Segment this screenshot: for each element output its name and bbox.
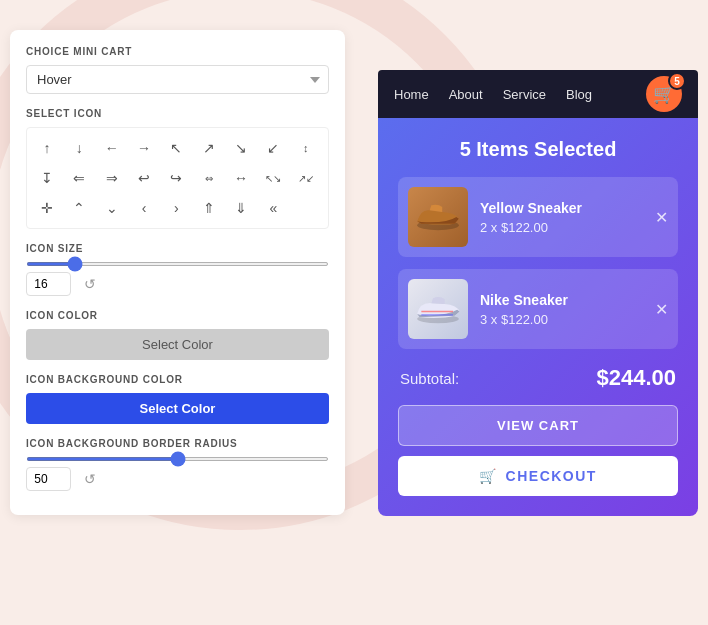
shoe1-icon <box>413 197 463 237</box>
nav-cart[interactable]: 🛒 5 <box>646 76 682 112</box>
icon-right-small[interactable]: › <box>162 194 190 222</box>
nav-service[interactable]: Service <box>503 87 546 102</box>
cart-item-remove-1[interactable]: ✕ <box>655 208 668 227</box>
cart-item-info-2: Nike Sneaker 3 x $122.00 <box>480 292 643 327</box>
icon-down-arrow[interactable]: ↓ <box>65 134 93 162</box>
cart-title: 5 Items Selected <box>398 138 678 161</box>
select-icon-label: SELECT ICON <box>26 108 329 119</box>
icon-double-left[interactable]: ⇐ <box>65 164 93 192</box>
icon-bg-color-section: ICON BACKGROUND COLOR Select Color <box>26 374 329 424</box>
icon-size-reset[interactable]: ↺ <box>79 273 101 295</box>
icon-double-up[interactable]: ⇑ <box>195 194 223 222</box>
nav-bar: Home About Service Blog 🛒 5 <box>378 70 698 118</box>
right-panel: Home About Service Blog 🛒 5 5 Items Sele… <box>378 70 698 516</box>
mini-cart-label: CHOICE MINI CART <box>26 46 329 57</box>
icon-up-arrow[interactable]: ↑ <box>33 134 61 162</box>
icon-down-bar[interactable]: ↧ <box>33 164 61 192</box>
icon-leftright[interactable]: ↔ <box>227 164 255 192</box>
icon-double-down[interactable]: ⇓ <box>227 194 255 222</box>
nav-home[interactable]: Home <box>394 87 429 102</box>
icon-move[interactable]: ✛ <box>33 194 61 222</box>
subtotal-label: Subtotal: <box>400 370 459 387</box>
nav-blog[interactable]: Blog <box>566 87 592 102</box>
nav-about[interactable]: About <box>449 87 483 102</box>
icon-size-label: ICON SIZE <box>26 243 329 254</box>
checkout-cart-icon: 🛒 <box>479 468 498 484</box>
icon-bg-color-select-btn[interactable]: Select Color <box>26 393 329 424</box>
icon-double-leftsmall[interactable]: « <box>259 194 287 222</box>
icon-color-label: ICON COLOR <box>26 310 329 321</box>
checkout-button[interactable]: 🛒 CHECKOUT <box>398 456 678 496</box>
subtotal-amount: $244.00 <box>596 365 676 391</box>
icon-size-slider[interactable] <box>26 262 329 266</box>
cart-item-image-2 <box>408 279 468 339</box>
cart-item-2: Nike Sneaker 3 x $122.00 ✕ <box>398 269 678 349</box>
icon-bg-border-radius-label: ICON BACKGROUND BORDER RADIUS <box>26 438 329 449</box>
mini-cart-select[interactable]: Hover Click Always <box>26 65 329 94</box>
icon-return-right[interactable]: ↪ <box>162 164 190 192</box>
cart-item-price-1: 2 x $122.00 <box>480 220 643 235</box>
icon-color-select-btn[interactable]: Select Color <box>26 329 329 360</box>
subtotal-row: Subtotal: $244.00 <box>398 365 678 391</box>
icon-bg-color-label: ICON BACKGROUND COLOR <box>26 374 329 385</box>
icon-bg-border-radius-slider[interactable] <box>26 457 329 461</box>
view-cart-button[interactable]: VIEW CART <box>398 405 678 446</box>
cart-item-name-2: Nike Sneaker <box>480 292 643 308</box>
shoe2-icon <box>413 289 463 329</box>
icon-ne-arrow[interactable]: ↗ <box>195 134 223 162</box>
cart-item-info-1: Yellow Sneaker 2 x $122.00 <box>480 200 643 235</box>
icon-double-leftright[interactable]: ⇔ <box>195 164 223 192</box>
icon-left-small[interactable]: ‹ <box>130 194 158 222</box>
icon-nw-arrow[interactable]: ↖ <box>162 134 190 162</box>
icon-grid: ↑ ↓ ← → ↖ ↗ ↘ ↙ ↕ ↧ ⇐ ⇒ ↩ ↪ ⇔ ↔ ↖↘ ↗↙ ✛ … <box>26 127 329 229</box>
cart-item-remove-2[interactable]: ✕ <box>655 300 668 319</box>
icon-bg-border-radius-reset[interactable]: ↺ <box>79 468 101 490</box>
icon-color-section: ICON COLOR Select Color <box>26 310 329 360</box>
cart-dropdown: 5 Items Selected Yellow Sneaker 2 x $122… <box>378 118 698 516</box>
icon-size-section: ICON SIZE 16 ↺ <box>26 243 329 296</box>
icon-double-right[interactable]: ⇒ <box>98 164 126 192</box>
cart-badge: 5 <box>668 72 686 90</box>
icon-updown-arrow[interactable]: ↕ <box>292 134 320 162</box>
cart-item-price-2: 3 x $122.00 <box>480 312 643 327</box>
cart-item-name-1: Yellow Sneaker <box>480 200 643 216</box>
icon-diagonal-ne[interactable]: ↗↙ <box>292 164 320 192</box>
icon-se-arrow[interactable]: ↘ <box>227 134 255 162</box>
icon-right-arrow[interactable]: → <box>130 134 158 162</box>
icon-bg-border-radius-input[interactable]: 50 <box>26 467 71 491</box>
left-panel: CHOICE MINI CART Hover Click Always SELE… <box>10 30 345 515</box>
icon-diagonal-nw[interactable]: ↖↘ <box>259 164 287 192</box>
cart-item: Yellow Sneaker 2 x $122.00 ✕ <box>398 177 678 257</box>
checkout-label: CHECKOUT <box>506 468 597 484</box>
cart-item-image-1 <box>408 187 468 247</box>
icon-return-left[interactable]: ↩ <box>130 164 158 192</box>
icon-left-arrow[interactable]: ← <box>98 134 126 162</box>
icon-bg-border-radius-section: ICON BACKGROUND BORDER RADIUS 50 ↺ <box>26 438 329 491</box>
icon-down-small[interactable]: ⌄ <box>98 194 126 222</box>
icon-sw-arrow[interactable]: ↙ <box>259 134 287 162</box>
icon-size-input[interactable]: 16 <box>26 272 71 296</box>
icon-up-small[interactable]: ⌃ <box>65 194 93 222</box>
